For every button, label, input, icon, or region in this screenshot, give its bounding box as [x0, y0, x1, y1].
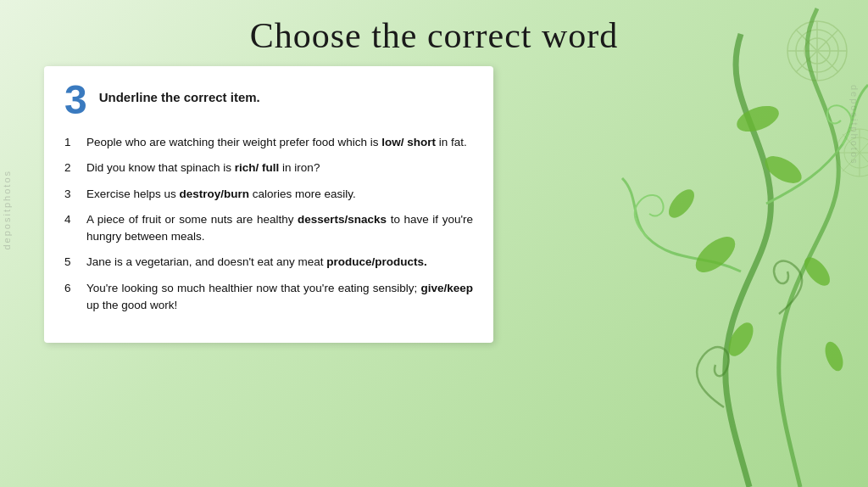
svg-point-6	[664, 185, 698, 221]
bold-option: give/keep	[420, 282, 473, 294]
item-number: 4	[64, 211, 76, 246]
list-item: 2 Did you know that spinach is rich/ ful…	[64, 160, 473, 176]
list-item: 3 Exercise helps us destroy/burn calorie…	[64, 186, 473, 203]
item-text: Exercise helps us destroy/burn calories …	[86, 186, 473, 203]
svg-point-3	[799, 253, 834, 289]
item-number: 1	[64, 134, 76, 151]
item-text: Jane is a vegetarian, and doesn't eat an…	[86, 254, 473, 271]
decorative-swirl	[427, 0, 868, 487]
watermark-right: depositphotos	[849, 85, 860, 165]
card-title: Underline the correct item.	[99, 85, 260, 104]
list-item: 5 Jane is a vegetarian, and doesn't eat …	[64, 254, 473, 271]
question-number: 3	[64, 80, 87, 120]
bold-option: desserts/snacks	[298, 213, 387, 226]
item-text: A piece of fruit or some nuts are health…	[86, 211, 473, 246]
item-text: Did you know that spinach is rich/ full …	[86, 160, 473, 176]
bold-option: destroy/burn	[180, 188, 250, 200]
item-number: 5	[64, 254, 76, 271]
watermark-left: depositphotos	[2, 170, 12, 250]
item-number: 6	[64, 280, 76, 315]
item-number: 2	[64, 160, 76, 176]
exercise-card: 3 Underline the correct item. 1 People w…	[44, 66, 493, 343]
bold-option: rich/ full	[235, 161, 280, 174]
list-item: 6 You're looking so much healthier now t…	[64, 280, 473, 315]
bold-option: low/ short	[381, 136, 436, 148]
list-item: 4 A piece of fruit or some nuts are heal…	[64, 211, 473, 246]
list-item: 1 People who are watching their weight p…	[64, 134, 473, 151]
bold-option: produce/products.	[326, 255, 427, 268]
svg-point-4	[733, 101, 782, 137]
item-text: People who are watching their weight pre…	[86, 134, 473, 151]
svg-point-0	[690, 230, 742, 278]
svg-point-5	[821, 339, 846, 373]
items-list: 1 People who are watching their weight p…	[64, 134, 473, 314]
item-number: 3	[64, 186, 76, 203]
card-header: 3 Underline the correct item.	[64, 85, 473, 120]
page-title: Choose the correct word	[0, 15, 868, 56]
item-text: You're looking so much healthier now tha…	[86, 280, 473, 315]
